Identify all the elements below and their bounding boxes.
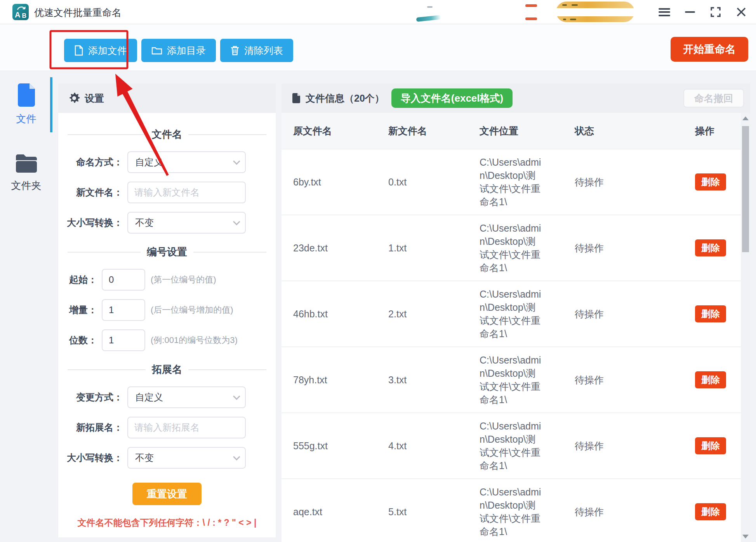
delete-button[interactable]: 删除 xyxy=(695,371,726,388)
sidebar-item-folder-label: 文件夹 xyxy=(0,179,52,192)
chevron-down-icon xyxy=(233,393,240,400)
chevron-down-icon xyxy=(233,218,240,225)
column-header-original-name: 原文件名 xyxy=(282,125,377,137)
new-filename-input[interactable] xyxy=(127,182,246,203)
column-header-new-name: 新文件名 xyxy=(377,125,468,137)
scroll-down-arrow-icon[interactable] xyxy=(742,535,749,539)
digits-hint: (例:001的编号位数为3) xyxy=(151,334,238,346)
gold-band-bottom xyxy=(556,16,634,22)
sidebar-item-folder[interactable]: 文件夹 xyxy=(0,152,52,192)
sidebar-item-file-label: 文件 xyxy=(0,112,52,126)
add-file-button[interactable]: 添加文件 xyxy=(64,39,137,62)
section-title-extension: 拓展名 xyxy=(68,363,266,376)
minimize-button[interactable] xyxy=(677,0,703,24)
gold-band-top xyxy=(556,2,634,8)
scroll-up-arrow-icon[interactable] xyxy=(742,116,749,120)
case-convert-label: 大小写转换： xyxy=(58,216,127,229)
delete-button[interactable]: 删除 xyxy=(695,305,726,322)
delete-button[interactable]: 删除 xyxy=(695,437,726,454)
add-folder-button[interactable]: 添加目录 xyxy=(141,39,216,62)
start-number-hint: (第一位编号的值) xyxy=(151,274,216,286)
folder-icon xyxy=(14,152,38,174)
chevron-down-icon xyxy=(233,158,240,165)
table-row: 555g.txt 4.txt C:\Users\admin\Desktop\测试… xyxy=(282,413,741,479)
section-title-numbering: 编号设置 xyxy=(68,245,266,259)
filename-warning-text: 文件名不能包含下列任何字符：\ / : * ? " < > | xyxy=(58,517,276,529)
new-extension-input[interactable] xyxy=(127,417,246,438)
ext-case-select[interactable]: 不变 xyxy=(127,447,246,469)
case-convert-select[interactable]: 不变 xyxy=(127,212,246,234)
file-path: C:\Users\admin\Desktop\测试文件\文件重命名1\ xyxy=(480,353,542,406)
original-filename: aqe.txt xyxy=(293,506,322,517)
clear-list-button[interactable]: 清除列表 xyxy=(220,39,293,62)
file-path: C:\Users\admin\Desktop\测试文件\文件重命名1\ xyxy=(480,419,542,472)
scrollbar-thumb[interactable] xyxy=(742,126,749,252)
hamburger-icon xyxy=(659,8,670,16)
undo-rename-button[interactable]: 命名撤回 xyxy=(683,89,744,107)
naming-method-select[interactable]: 自定义 xyxy=(127,151,246,173)
watermark-teal-smudge xyxy=(416,15,441,22)
import-filenames-button[interactable]: 导入文件名(excel格式) xyxy=(391,88,513,108)
app-logo-icon: A B xyxy=(12,4,29,20)
gold-dash xyxy=(570,19,576,20)
original-filename: 46hb.txt xyxy=(293,308,328,319)
column-header-location: 文件位置 xyxy=(468,125,563,137)
app-window: A B 优速文件批量重命名 xyxy=(0,0,756,542)
maximize-icon xyxy=(710,7,721,17)
clear-list-label: 清除列表 xyxy=(244,44,283,57)
new-filename-label: 新文件名： xyxy=(58,186,127,199)
section-title-filename: 文件名 xyxy=(68,128,266,141)
maximize-button[interactable] xyxy=(703,0,728,24)
file-info-title: 文件信息（20个） xyxy=(306,92,384,105)
gear-icon xyxy=(68,92,80,104)
ext-case-label: 大小写转换： xyxy=(58,452,127,464)
table-row: 23de.txt 1.txt C:\Users\admin\Desktop\测试… xyxy=(282,215,741,281)
digits-input[interactable] xyxy=(102,329,145,351)
new-filename: 4.txt xyxy=(388,440,407,451)
settings-form: 文件名 命名方式： 自定义 新文件名： 大小写转换： 不变 xyxy=(58,113,276,529)
start-number-input[interactable] xyxy=(102,269,145,291)
watermark-orange-dash-bottom xyxy=(525,17,537,20)
add-folder-label: 添加目录 xyxy=(167,44,206,57)
settings-title: 设置 xyxy=(85,92,104,105)
change-method-label: 变更方式： xyxy=(58,391,127,403)
increment-input[interactable] xyxy=(102,299,145,321)
table-row: 78yh.txt 3.txt C:\Users\admin\Desktop\测试… xyxy=(282,347,741,413)
table-row: aqe.txt 5.txt C:\Users\admin\Desktop\测试文… xyxy=(282,479,741,542)
digits-label: 位数： xyxy=(58,334,102,346)
file-icon xyxy=(74,45,83,56)
settings-header: 设置 xyxy=(58,83,276,113)
logo-arrow xyxy=(12,4,29,20)
gold-dash xyxy=(562,4,567,6)
naming-method-label: 命名方式： xyxy=(58,156,127,168)
reset-settings-button[interactable]: 重置设置 xyxy=(132,483,202,505)
file-info-panel: 文件信息（20个） 导入文件名(excel格式) 命名撤回 原文件名 新文件名 … xyxy=(282,83,750,542)
delete-button[interactable]: 删除 xyxy=(695,239,726,256)
status-text: 待操作 xyxy=(575,506,604,517)
watermark-orange-dash-top xyxy=(525,4,537,7)
start-rename-button[interactable]: 开始重命名 xyxy=(671,37,748,62)
trash-icon xyxy=(230,45,240,55)
table-row: 46hb.txt 2.txt C:\Users\admin\Desktop\测试… xyxy=(282,281,741,347)
add-file-label: 添加文件 xyxy=(88,44,127,57)
titlebar: A B 优速文件批量重命名 xyxy=(0,0,756,24)
gold-dash xyxy=(572,4,578,6)
new-filename: 1.txt xyxy=(388,242,407,253)
table-scrollbar[interactable] xyxy=(741,113,750,542)
file-icon xyxy=(16,83,37,107)
table-header: 原文件名 新文件名 文件位置 状态 操作 xyxy=(282,113,741,149)
file-path: C:\Users\admin\Desktop\测试文件\文件重命名1\ xyxy=(480,156,542,208)
status-text: 待操作 xyxy=(575,177,604,187)
close-button[interactable] xyxy=(728,0,754,24)
new-filename: 0.txt xyxy=(388,177,407,187)
delete-button[interactable]: 删除 xyxy=(695,503,726,520)
new-extension-label: 新拓展名： xyxy=(58,421,127,434)
delete-button[interactable]: 删除 xyxy=(695,173,726,190)
change-method-select[interactable]: 自定义 xyxy=(127,386,246,408)
sidebar: 文件 文件夹 xyxy=(0,71,52,542)
menu-button[interactable] xyxy=(652,0,677,24)
status-text: 待操作 xyxy=(575,308,604,319)
sidebar-item-file[interactable]: 文件 xyxy=(0,83,52,126)
app-title: 优速文件批量重命名 xyxy=(34,6,122,19)
gold-dash xyxy=(563,19,566,20)
